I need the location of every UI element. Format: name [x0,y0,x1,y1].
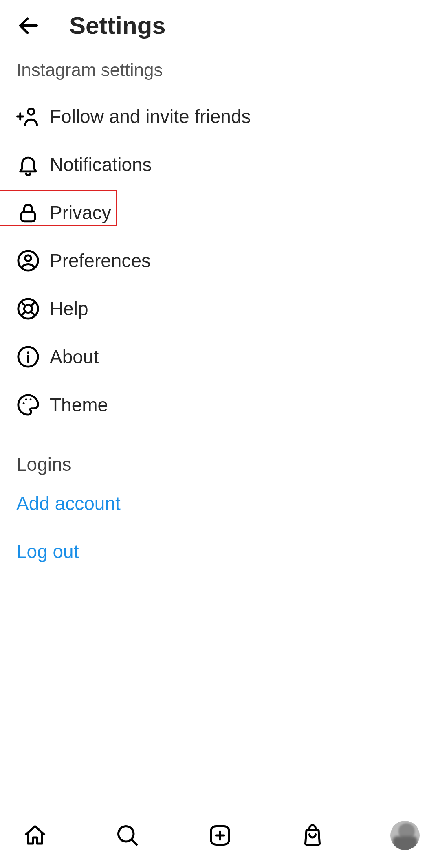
section-header-instagram-settings: Instagram settings [0,48,440,84]
svg-line-9 [21,302,25,306]
page-title: Settings [69,11,166,40]
settings-item-label: Follow and invite friends [50,105,251,127]
nav-search[interactable] [113,821,142,850]
settings-item-label: About [50,346,99,368]
lifebuoy-icon [16,297,40,321]
svg-point-17 [25,398,27,400]
lock-icon [16,201,40,224]
search-icon [115,823,140,848]
nav-home[interactable] [20,821,50,850]
svg-line-20 [132,839,137,845]
shopping-bag-icon [300,823,325,848]
settings-item-label: Notifications [50,154,152,176]
home-icon [23,823,47,848]
bottom-navbar [0,815,440,868]
nav-profile[interactable] [390,821,420,850]
palette-icon [16,393,40,417]
person-add-icon [16,105,40,128]
add-account-link[interactable]: Add account [0,479,440,527]
avatar-icon [390,821,420,850]
back-button[interactable] [16,13,41,38]
item-notifications[interactable]: Notifications [0,141,440,189]
info-icon [16,345,40,369]
back-arrow-icon [16,13,41,38]
svg-point-15 [27,351,29,354]
link-label: Add account [16,492,121,514]
item-help[interactable]: Help [0,285,440,333]
item-about[interactable]: About [0,333,440,381]
section-header-logins: Logins [0,429,440,479]
item-privacy[interactable]: Privacy [0,189,440,237]
user-circle-icon [16,249,40,272]
link-label: Log out [16,541,79,563]
plus-square-icon [208,823,232,848]
header: Settings [0,0,440,48]
nav-create[interactable] [205,821,235,850]
svg-point-18 [30,398,32,400]
settings-item-label: Preferences [50,250,151,272]
svg-rect-4 [21,212,35,222]
settings-items: Follow and invite friends Notifications … [0,84,440,429]
svg-point-1 [28,108,34,114]
svg-line-12 [21,312,25,316]
settings-item-label: Theme [50,394,108,416]
item-theme[interactable]: Theme [0,381,440,429]
logout-link[interactable]: Log out [0,527,440,576]
svg-line-10 [31,312,35,316]
svg-point-6 [25,255,31,261]
item-preferences[interactable]: Preferences [0,237,440,285]
nav-shop[interactable] [298,821,327,850]
bell-icon [16,153,40,176]
item-follow-invite-friends[interactable]: Follow and invite friends [0,92,440,141]
svg-point-16 [23,402,25,404]
settings-item-label: Privacy [50,202,111,224]
svg-line-11 [31,302,35,306]
settings-item-label: Help [50,298,88,320]
